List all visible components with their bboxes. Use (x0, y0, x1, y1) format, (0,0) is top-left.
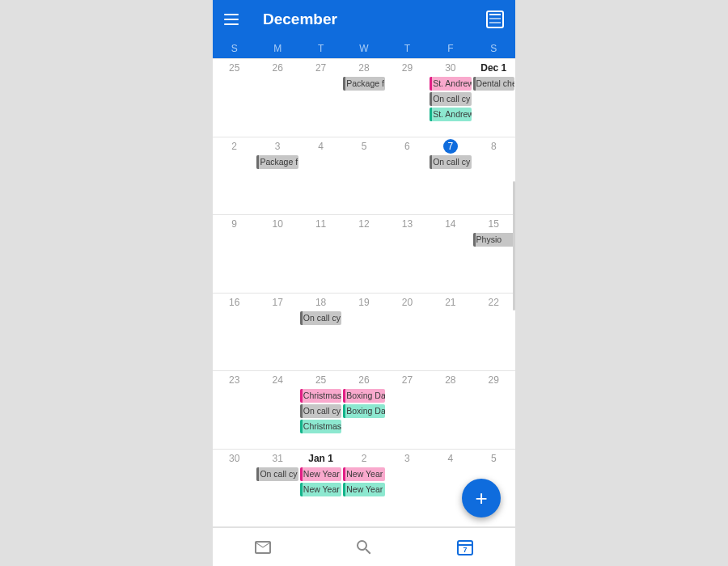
event-chip[interactable]: On call cy (256, 467, 298, 481)
day-number: Dec 1 (473, 61, 514, 75)
day-cell[interactable]: 22 (472, 294, 515, 371)
day-cell[interactable]: Jan 1New YearNew Year (299, 450, 342, 527)
day-cell[interactable]: 2New YearNew Year (342, 450, 385, 527)
day-number: 27 (300, 61, 341, 75)
event-chip[interactable]: On call cy (430, 155, 471, 169)
event-chip[interactable]: Dental che (473, 77, 514, 91)
day-cell[interactable]: 23 (213, 371, 256, 449)
month-grid[interactable]: 25262728Package f2930St. AndrewOn call c… (213, 58, 515, 527)
day-number: 28 (343, 61, 384, 75)
event-chip[interactable]: St. Andrew (430, 108, 471, 121)
event-chip[interactable]: St. Andrew (430, 77, 471, 91)
event-chip[interactable]: New Year (300, 483, 341, 496)
view-mode-icon[interactable] (486, 11, 504, 28)
day-number: 25 (214, 61, 255, 75)
day-cell[interactable]: 12 (342, 215, 385, 293)
day-cell[interactable]: 27 (386, 371, 429, 449)
day-number: 29 (473, 373, 514, 387)
day-number: 24 (256, 373, 298, 387)
dow-tue: T (299, 39, 342, 58)
day-cell[interactable]: 29 (472, 371, 515, 449)
day-cell[interactable]: 6 (386, 137, 429, 215)
day-cell[interactable]: 15Physio (472, 215, 515, 293)
day-cell[interactable]: 28 (429, 371, 472, 449)
day-number: 31 (256, 451, 298, 466)
day-number: 16 (214, 295, 255, 310)
day-cell[interactable]: 24 (256, 371, 298, 449)
day-number: 3 (387, 451, 428, 466)
day-cell[interactable]: 2 (213, 137, 256, 215)
day-number: 12 (343, 217, 384, 231)
day-cell[interactable]: 20 (386, 294, 429, 371)
tab-mail[interactable] (213, 528, 314, 566)
day-cell[interactable]: 7On call cy (429, 137, 472, 215)
day-cell[interactable]: 18On call cy (299, 294, 342, 371)
day-cell[interactable]: Dec 1Dental che (472, 59, 515, 137)
day-of-week-header: S M T W T F S (213, 39, 515, 58)
day-number: 11 (300, 217, 341, 231)
day-cell[interactable]: 26 (256, 59, 298, 137)
day-cell[interactable]: 31On call cy (256, 450, 298, 527)
event-chip[interactable]: Physio (473, 233, 514, 247)
day-cell[interactable]: 9 (213, 215, 256, 293)
day-cell[interactable]: 13 (386, 215, 429, 293)
event-chip[interactable]: On call cy (300, 311, 341, 325)
day-cell[interactable]: 29 (386, 59, 429, 137)
hamburger-menu-icon[interactable] (224, 10, 243, 29)
day-cell[interactable]: 4 (299, 137, 342, 215)
day-number: 30 (430, 61, 471, 75)
dow-sat: S (472, 39, 515, 58)
event-chip[interactable]: Package f (343, 77, 384, 91)
event-chip[interactable]: New Year (343, 483, 384, 496)
day-number: 3 (256, 139, 298, 154)
day-cell[interactable]: 28Package f (342, 59, 385, 137)
day-number: 18 (300, 295, 341, 310)
event-chip[interactable]: Christmas (300, 389, 341, 403)
tab-calendar[interactable]: 7 (414, 528, 515, 566)
event-chip[interactable]: New Year (343, 467, 384, 481)
day-cell[interactable]: 21 (429, 294, 472, 371)
day-cell[interactable]: 8 (472, 137, 515, 215)
mail-icon (253, 538, 273, 557)
week-row: 9101112131415Physio (213, 215, 515, 294)
event-chip[interactable]: New Year (300, 467, 341, 481)
dow-mon: M (256, 39, 298, 58)
day-cell[interactable]: 3Package f (256, 137, 298, 215)
day-number: 7 (430, 139, 471, 154)
day-cell[interactable]: 30St. AndrewOn call cySt. Andrew (429, 59, 472, 137)
day-number: 19 (343, 295, 384, 310)
event-chip[interactable]: Christmas (300, 420, 341, 433)
day-cell[interactable]: 3 (386, 450, 429, 527)
bottom-nav: 7 (213, 527, 515, 566)
month-title[interactable]: December (263, 11, 486, 28)
appbar: December (213, 0, 515, 39)
dow-sun: S (213, 39, 256, 58)
day-cell[interactable]: 10 (256, 215, 298, 293)
day-number: 26 (343, 373, 384, 387)
day-cell[interactable]: 5 (342, 137, 385, 215)
event-chip[interactable]: Boxing Da (343, 389, 384, 403)
event-chip[interactable]: On call cy (300, 404, 341, 418)
calendar-app: December S M T W T F S 25262728Package f… (213, 0, 515, 566)
day-number: Jan 1 (300, 451, 341, 466)
event-chip[interactable]: On call cy (430, 92, 471, 106)
day-cell[interactable]: 14 (429, 215, 472, 293)
event-chip[interactable]: Package f (256, 155, 298, 169)
day-number: 30 (214, 451, 255, 466)
day-number: 4 (300, 139, 341, 154)
day-cell[interactable]: 16 (213, 294, 256, 371)
day-number: 27 (387, 373, 428, 387)
week-row: 23Package f4567On call cy8 (213, 137, 515, 216)
event-chip[interactable]: Boxing Da (343, 404, 384, 418)
day-cell[interactable]: 26Boxing DaBoxing Da (342, 371, 385, 449)
day-cell[interactable]: 11 (299, 215, 342, 293)
tab-search[interactable] (314, 528, 415, 566)
day-cell[interactable]: 19 (342, 294, 385, 371)
day-cell[interactable]: 25ChristmasOn call cyChristmas (299, 371, 342, 449)
add-event-button[interactable]: + (462, 479, 501, 517)
day-cell[interactable]: 30 (213, 450, 256, 527)
day-cell[interactable]: 25 (213, 59, 256, 137)
day-cell[interactable]: 27 (299, 59, 342, 137)
day-cell[interactable]: 17 (256, 294, 298, 371)
week-row: 232425ChristmasOn call cyChristmas26Boxi… (213, 371, 515, 450)
